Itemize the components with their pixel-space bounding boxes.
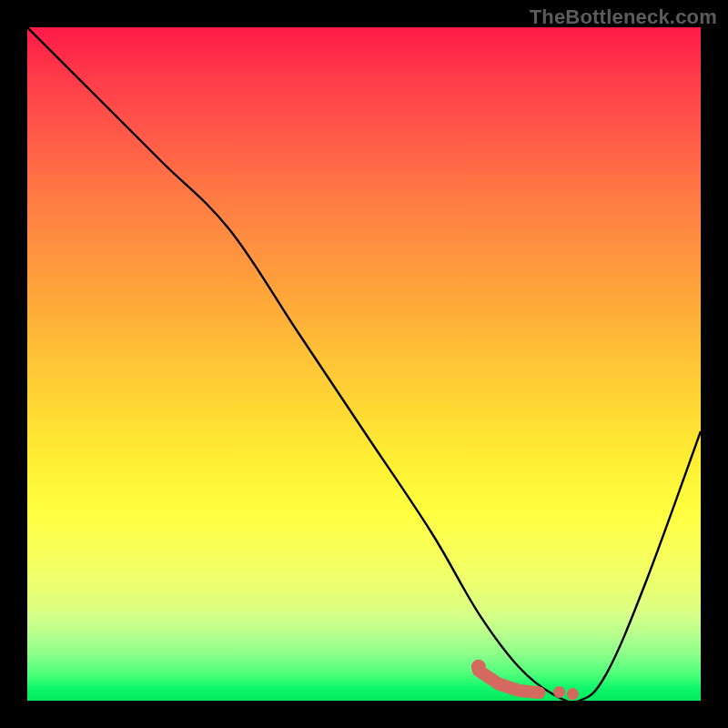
curve-path [27, 27, 701, 701]
bottleneck-curve-svg [27, 27, 701, 701]
optimal-zone-dot [567, 688, 579, 700]
optimal-zone-dot [553, 686, 565, 698]
optimal-zone-head [471, 660, 486, 674]
watermark-text: TheBottleneck.com [530, 5, 717, 29]
chart-plot-area [27, 27, 701, 701]
optimal-zone-markers [471, 660, 579, 700]
optimal-zone-worm [479, 671, 540, 693]
